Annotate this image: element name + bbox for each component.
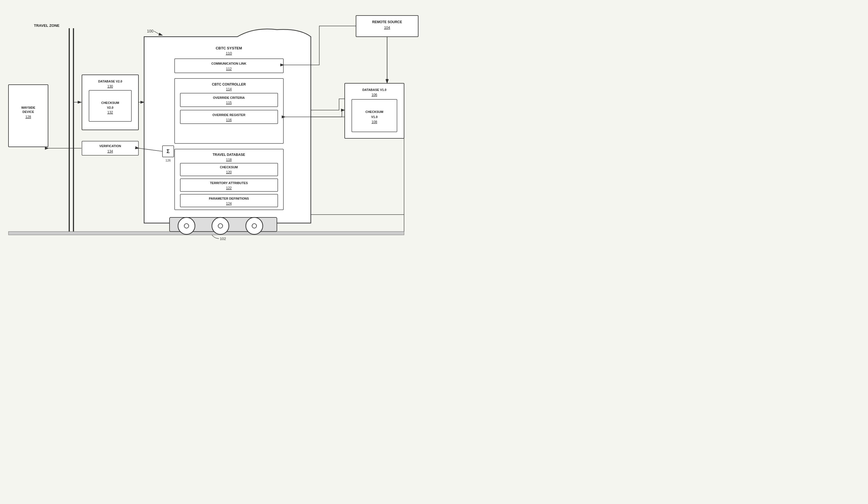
db-v20-label: DATABASE V2.0 bbox=[98, 80, 122, 83]
wayside-device-label2: DEVICE bbox=[23, 110, 34, 114]
param-def-label: PARAMETER DEFINITIONS bbox=[209, 197, 249, 200]
svg-point-12 bbox=[218, 224, 223, 228]
svg-point-10 bbox=[184, 224, 189, 228]
checksum-v20-num: 132 bbox=[107, 111, 113, 114]
checksum-120-num: 120 bbox=[226, 170, 232, 174]
sigma-num: 126 bbox=[166, 159, 170, 162]
checksum-120-label: CHECKSUM bbox=[220, 166, 238, 169]
comm-link-num: 112 bbox=[226, 67, 232, 71]
diagram-container: 102 TRAVEL ZONE WAYSIDE DEVICE 128 DATAB… bbox=[0, 0, 434, 252]
cbtc-controller-label: CBTC CONTROLLER bbox=[212, 82, 246, 86]
territory-attr-label: TERRITORY ATTRIBUTES bbox=[210, 181, 248, 185]
cbtc-system-num: 110 bbox=[226, 51, 232, 55]
travel-zone-label: TRAVEL ZONE bbox=[34, 23, 60, 28]
override-register-label: OVERRIDE REGISTER bbox=[213, 113, 246, 117]
svg-rect-1 bbox=[9, 232, 404, 235]
travel-db-num: 118 bbox=[226, 158, 232, 162]
checksum-v20-label: CHECKSUM bbox=[101, 101, 119, 104]
checksum-v10-label2: V1.0 bbox=[371, 115, 378, 118]
svg-point-14 bbox=[252, 224, 257, 228]
db-v10-label: DATABASE V1.0 bbox=[362, 88, 386, 92]
remote-source-label: REMOTE SOURCE bbox=[372, 20, 402, 24]
cbtc-controller-num: 114 bbox=[226, 87, 232, 91]
db-v20-num: 130 bbox=[107, 84, 113, 88]
figure-num-label: 100 bbox=[147, 29, 154, 33]
checksum-v10-num: 108 bbox=[372, 120, 377, 124]
override-register-num: 116 bbox=[226, 118, 232, 122]
checksum-v10-label: CHECKSUM bbox=[365, 110, 383, 114]
wayside-device-num: 128 bbox=[25, 115, 31, 119]
db-v10-num: 106 bbox=[372, 93, 377, 97]
wayside-device-label: WAYSIDE bbox=[21, 106, 35, 109]
remote-source-num: 104 bbox=[384, 25, 390, 30]
param-def-num: 124 bbox=[226, 202, 232, 206]
cbtc-system-label: CBTC SYSTEM bbox=[216, 46, 242, 50]
travel-db-label: TRAVEL DATABASE bbox=[213, 153, 245, 157]
checksum-v20-label2: V2.0 bbox=[107, 106, 114, 109]
comm-link-label: COMMUNICATION LINK bbox=[211, 62, 246, 65]
verification-label: VERIFICATION bbox=[100, 144, 121, 148]
sigma-symbol: Σ bbox=[167, 148, 170, 154]
territory-attr-num: 122 bbox=[226, 186, 232, 190]
override-criteria-label: OVERRIDE CRITERIA bbox=[213, 96, 245, 99]
ground-label: 102 bbox=[220, 237, 226, 241]
verification-num: 134 bbox=[107, 149, 113, 153]
override-criteria-num: 115 bbox=[226, 101, 232, 105]
